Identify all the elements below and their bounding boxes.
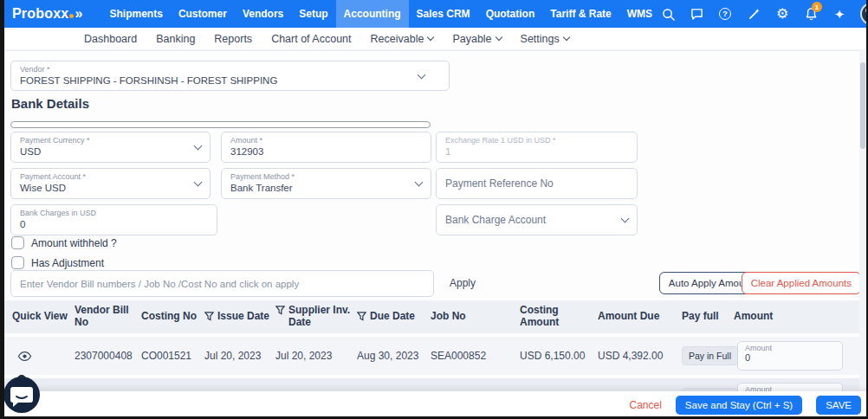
job-no-cell: SEA000852 [431, 350, 520, 362]
payment-form-content: Vendor * FOREST SHIPPING - FORSHINSH - F… [0, 50, 868, 419]
save-button[interactable]: SAVE [816, 396, 861, 415]
table-row: 2307000408 CO001521 Jul 20, 2023 Jul 20,… [0, 337, 868, 375]
gear-icon[interactable]: ⚙ [774, 6, 790, 22]
payment-reference-input[interactable]: Payment Reference No [436, 168, 638, 199]
notification-badge: 1 [812, 2, 822, 12]
logo-dot-icon [69, 14, 74, 18]
payment-method-select[interactable]: Payment Method * Bank Transfer [221, 168, 431, 199]
col-costing-no: Costing No [141, 311, 204, 323]
subnav-banking[interactable]: Banking [156, 33, 195, 45]
col-costing-amount: Costing Amount [520, 305, 598, 329]
row-amount-input[interactable]: Amount 0 [737, 341, 843, 371]
chatbot-launcher[interactable] [2, 372, 42, 417]
vendor-label: Vendor * [20, 65, 440, 74]
bills-table-header: Quick View Vendor Bill No Costing No Iss… [0, 300, 868, 333]
supplier-inv-date-cell: Jul 20, 2023 [275, 350, 357, 362]
sparkle-icon[interactable]: ✦ [832, 6, 847, 22]
app-logo[interactable]: Proboxx» [12, 6, 83, 22]
bank-charges-field[interactable]: Bank Charges in USD 0 [10, 204, 217, 235]
filter-icon[interactable] [275, 306, 285, 315]
accounting-sub-navigation: Dashboard Banking Reports Chart of Accou… [0, 28, 868, 50]
vendor-select[interactable]: Vendor * FOREST SHIPPING - FORSHINSH - F… [10, 61, 450, 91]
nav-item-shipments[interactable]: Shipments [102, 0, 171, 28]
amount-withheld-checkbox-row: Amount withheld ? [11, 236, 117, 249]
col-supplier-inv-date: Supplier Inv. Date [275, 305, 357, 329]
window-edge [0, 0, 4, 419]
topbar-actions: ? ⚙ 1 ✦ Alex Dover [660, 3, 868, 25]
col-amount: Amount [734, 311, 868, 323]
has-adjustment-checkbox[interactable] [11, 256, 24, 269]
filter-icon[interactable] [357, 312, 366, 321]
form-action-footer: Cancel Save and Stay (Ctrl + S) SAVE [0, 391, 868, 419]
vertical-scrollbar[interactable] [859, 50, 866, 416]
search-icon[interactable] [660, 6, 676, 22]
vendor-bill-no-cell: 2307000408 [74, 350, 141, 362]
payment-account-select[interactable]: Payment Account * Wise USD [10, 168, 211, 199]
magic-wand-icon[interactable] [746, 6, 761, 22]
nav-item-quotation[interactable]: Quotation [478, 0, 543, 28]
chevron-down-icon [563, 34, 570, 41]
col-vendor-bill-no: Vendor Bill No [74, 305, 141, 329]
chat-icon[interactable] [689, 6, 704, 22]
due-date-cell: Aug 30, 2023 [357, 350, 431, 362]
filter-icon[interactable] [204, 312, 214, 321]
pay-in-full-button[interactable]: Pay in Full [682, 346, 738, 365]
logo-chevrons: » [74, 6, 82, 22]
apply-link[interactable]: Apply [450, 277, 476, 289]
col-due-date: Due Date [357, 311, 431, 323]
save-and-stay-button[interactable]: Save and Stay (Ctrl + S) [676, 396, 802, 415]
has-adjustment-label: Has Adjustment [31, 257, 104, 269]
top-navigation-bar: Proboxx» Shipments Customer Vendors Setu… [0, 0, 868, 28]
vendor-bill-search-input[interactable] [10, 270, 434, 297]
exchange-rate-field: Exchange Rate 1 USD in USD * 1 [436, 132, 638, 163]
bank-details-heading: Bank Details [11, 96, 89, 111]
col-job-no: Job No [431, 311, 520, 323]
logo-text: Proboxx [12, 6, 68, 22]
costing-no-cell: CO001521 [141, 350, 204, 362]
chevron-down-icon [621, 215, 630, 223]
subnav-settings[interactable]: Settings [521, 33, 569, 45]
subnav-chart-of-account[interactable]: Chart of Account [271, 33, 351, 45]
nav-item-tariff-rate[interactable]: Tariff & Rate [542, 0, 619, 28]
amount-field[interactable]: Amount * 312903 [221, 132, 431, 163]
chevron-down-icon [427, 34, 434, 41]
subnav-payable[interactable]: Payable [452, 33, 501, 45]
scrollbar-thumb[interactable] [860, 62, 865, 149]
amount-withheld-checkbox[interactable] [11, 236, 24, 249]
amount-due-cell: USD 4,392.00 [598, 350, 682, 362]
bank-charge-account-select[interactable]: Bank Charge Account [436, 204, 638, 235]
notifications-bell-icon[interactable]: 1 [803, 6, 819, 22]
chevron-down-icon [495, 34, 502, 41]
has-adjustment-checkbox-row: Has Adjustment [11, 256, 104, 269]
progress-pill-bar [10, 121, 431, 128]
payment-currency-select[interactable]: Payment Currency * USD [10, 132, 211, 163]
amount-withheld-label: Amount withheld ? [31, 237, 117, 249]
nav-item-wms[interactable]: WMS [619, 0, 660, 28]
nav-item-setup[interactable]: Setup [291, 0, 335, 28]
nav-item-sales-crm[interactable]: Sales CRM [409, 0, 478, 28]
subnav-dashboard[interactable]: Dashboard [84, 33, 137, 45]
quick-view-eye-icon[interactable] [12, 351, 74, 362]
clear-applied-amounts-button[interactable]: Clear Applied Amounts [742, 272, 861, 294]
costing-amount-cell: USD 6,150.00 [520, 350, 598, 362]
col-quick-view: Quick View [12, 311, 74, 323]
nav-item-customer[interactable]: Customer [171, 0, 235, 28]
issue-date-cell: Jul 20, 2023 [204, 350, 275, 362]
nav-item-accounting[interactable]: Accounting [336, 0, 409, 28]
col-pay-full: Pay full [682, 311, 734, 323]
col-issue-date: Issue Date [204, 311, 275, 323]
help-icon[interactable]: ? [717, 6, 733, 22]
vendor-value: FOREST SHIPPING - FORSHINSH - FOREST SHI… [20, 74, 440, 87]
cancel-button[interactable]: Cancel [629, 399, 661, 411]
subnav-receivable[interactable]: Receivable [371, 33, 434, 45]
col-amount-due: Amount Due [598, 311, 682, 323]
app-window: Proboxx» Shipments Customer Vendors Setu… [0, 0, 868, 419]
main-menu: Shipments Customer Vendors Setup Account… [102, 0, 661, 28]
nav-item-vendors[interactable]: Vendors [235, 0, 291, 28]
subnav-reports[interactable]: Reports [214, 33, 252, 45]
